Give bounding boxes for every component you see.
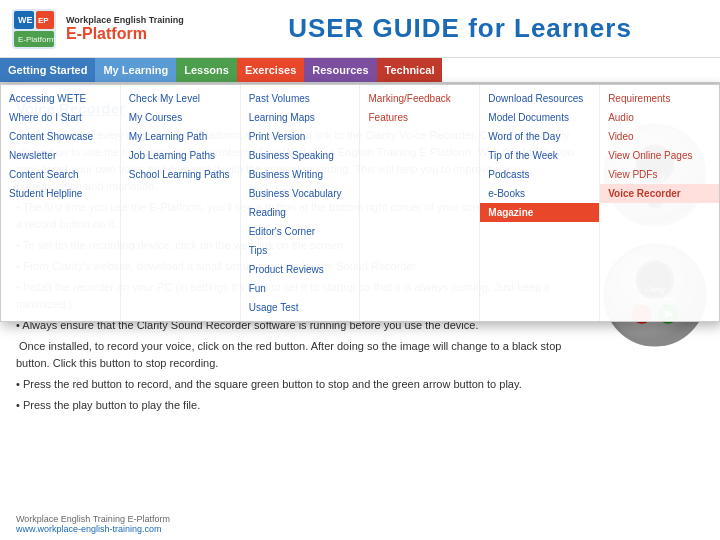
dropdown-item[interactable]: Product Reviews [241,260,360,279]
dropdown-overlay: Accessing WETE Where do I Start Content … [0,84,720,322]
nav-getting-started[interactable]: Getting Started [0,58,95,82]
dropdown-item[interactable]: Voice Recorder [600,184,719,203]
dropdown-item[interactable]: Where do I Start [1,108,120,127]
dropdown-item[interactable]: Past Volumes [241,89,360,108]
dropdown-item[interactable]: Business Vocabulary [241,184,360,203]
dropdown-item[interactable]: Fun [241,279,360,298]
dropdown-col-exercises: Marking/Feedback Features [360,85,480,321]
nav-bar: Getting Started My Learning Lessons Exer… [0,58,720,84]
svg-text:WE: WE [18,15,33,25]
dropdown-col-resources: Download Resources Model Documents Word … [480,85,600,321]
dropdown-item[interactable]: My Learning Path [121,127,240,146]
dropdown-col-technical: Requirements Audio Video View Online Pag… [600,85,719,321]
content-para-9: • Press the play button to play the file… [16,397,580,414]
footer-line1: Workplace English Training E-Platform [16,514,170,524]
footer-link[interactable]: www.workplace-english-training.com [16,524,162,534]
dropdown-item[interactable]: Marking/Feedback [360,89,479,108]
dropdown-item[interactable]: Learning Maps [241,108,360,127]
dropdown-item[interactable]: Magazine [480,203,599,222]
logo-top-text: Workplace English Training [66,15,184,25]
dropdown-item[interactable]: Features [360,108,479,127]
header-title: USER GUIDE for Learners [210,13,710,44]
dropdown-item[interactable]: Business Writing [241,165,360,184]
dropdown-item[interactable]: Reading [241,203,360,222]
dropdown-item[interactable]: Download Resources [480,89,599,108]
footer: Workplace English Training E-Platform ww… [16,514,170,534]
dropdown-item[interactable]: Editor's Corner [241,222,360,241]
dropdown-col-mylearning: Check My Level My Courses My Learning Pa… [121,85,241,321]
nav-technical[interactable]: Technical [377,58,443,82]
dropdown-item[interactable]: e-Books [480,184,599,203]
content-para-7: Once installed, to record your voice, cl… [16,338,580,372]
nav-resources[interactable]: Resources [304,58,376,82]
dropdown-item[interactable]: Check My Level [121,89,240,108]
dropdown-item[interactable]: Student Helpline [1,184,120,203]
dropdown-item[interactable]: My Courses [121,108,240,127]
dropdown-item[interactable]: Tip of the Week [480,146,599,165]
dropdown-item[interactable]: Word of the Day [480,127,599,146]
dropdown-item[interactable]: Tips [241,241,360,260]
logo-area: WE EP E-Platform Workplace English Train… [10,7,210,51]
nav-my-learning[interactable]: My Learning [95,58,176,82]
logo-icon: WE EP E-Platform [10,7,58,51]
logo-text: Workplace English Training E-Platform [66,15,184,43]
dropdown-item[interactable]: Requirements [600,89,719,108]
dropdown-item[interactable]: Business Speaking [241,146,360,165]
dropdown-col-lessons: Past Volumes Learning Maps Print Version… [241,85,361,321]
dropdown-item[interactable]: Content Search [1,165,120,184]
dropdown-item[interactable]: Usage Test [241,298,360,317]
platform-text: Platform [82,25,147,42]
nav-lessons[interactable]: Lessons [176,58,237,82]
content-para-8: • Press the red button to record, and th… [16,376,580,393]
dropdown-item[interactable]: Video [600,127,719,146]
dropdown-item[interactable]: View Online Pages [600,146,719,165]
dropdown-item[interactable]: Podcasts [480,165,599,184]
svg-text:E-Platform: E-Platform [18,35,56,44]
dropdown-item[interactable]: Accessing WETE [1,89,120,108]
dropdown-item[interactable]: Newsletter [1,146,120,165]
dropdown-item[interactable]: View PDFs [600,165,719,184]
dropdown-col-getting: Accessing WETE Where do I Start Content … [1,85,121,321]
dropdown-item[interactable]: Job Learning Paths [121,146,240,165]
dropdown-item[interactable]: Model Documents [480,108,599,127]
nav-exercises[interactable]: Exercises [237,58,304,82]
svg-text:EP: EP [38,16,49,25]
logo-bottom-text: E-Platform [66,25,184,43]
dropdown-item[interactable]: Print Version [241,127,360,146]
dropdown-item[interactable]: Content Showcase [1,127,120,146]
header: WE EP E-Platform Workplace English Train… [0,0,720,58]
dropdown-item[interactable]: School Learning Paths [121,165,240,184]
dropdown-item[interactable]: Audio [600,108,719,127]
